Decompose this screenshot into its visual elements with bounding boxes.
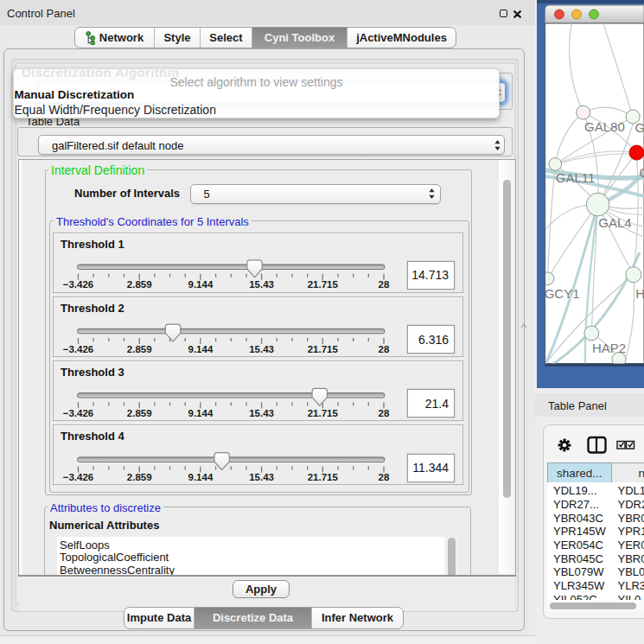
svg-text:15.43: 15.43	[249, 472, 274, 482]
svg-text:9.144: 9.144	[188, 408, 214, 418]
svg-text:28: 28	[379, 472, 390, 482]
svg-text:21.715: 21.715	[308, 279, 339, 290]
svg-text:GA: GA	[635, 120, 644, 135]
svg-text:−3.426: −3.426	[63, 472, 94, 482]
svg-text:GAL11: GAL11	[556, 170, 596, 185]
svg-text:GAL80: GAL80	[584, 119, 625, 134]
svg-text:21.715: 21.715	[308, 472, 339, 482]
svg-text:−3.426: −3.426	[63, 279, 94, 290]
svg-text:2.859: 2.859	[127, 344, 152, 354]
svg-text:15.43: 15.43	[249, 408, 274, 418]
svg-text:15.43: 15.43	[249, 344, 274, 354]
svg-text:28: 28	[379, 279, 390, 290]
svg-text:GCY1: GCY1	[545, 286, 580, 301]
svg-text:28: 28	[379, 344, 390, 354]
svg-text:15.43: 15.43	[249, 279, 274, 290]
svg-text:−3.426: −3.426	[63, 344, 94, 354]
svg-text:21.715: 21.715	[308, 408, 339, 418]
svg-text:21.715: 21.715	[308, 344, 339, 354]
svg-text:28: 28	[379, 408, 390, 418]
svg-text:9.144: 9.144	[188, 279, 214, 290]
svg-text:H: H	[635, 286, 644, 301]
svg-text:GAL4: GAL4	[598, 215, 631, 230]
svg-text:C: C	[639, 165, 644, 180]
svg-text:2.859: 2.859	[127, 472, 152, 482]
svg-text:9.144: 9.144	[188, 344, 214, 354]
svg-text:9.144: 9.144	[188, 472, 214, 482]
svg-text:HAP2: HAP2	[592, 341, 626, 355]
svg-text:2.859: 2.859	[127, 279, 152, 290]
svg-text:−3.426: −3.426	[63, 408, 94, 418]
svg-text:2.859: 2.859	[127, 408, 152, 418]
